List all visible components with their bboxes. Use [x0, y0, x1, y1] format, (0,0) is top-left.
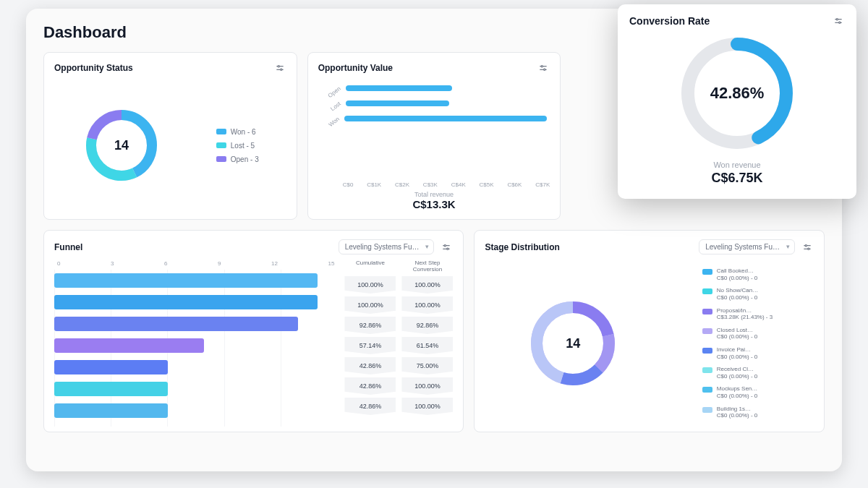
- stage-detail: C$0 (0.00%) - 0: [717, 294, 758, 301]
- opportunity-status-donut: 14: [82, 106, 161, 185]
- stage-legend-item: Received Cl… C$0 (0.00%) - 0: [702, 366, 773, 380]
- axis-tick: 9: [218, 260, 221, 267]
- svg-point-3: [280, 69, 281, 70]
- axis-tick: C$5K: [480, 181, 494, 188]
- cumulative-cell: 100.00%: [344, 296, 396, 314]
- axis-tick: C$7K: [535, 181, 550, 188]
- svg-point-27: [836, 19, 838, 20]
- axis-tick: 12: [271, 260, 278, 267]
- legend-won-label: Won - 6: [231, 128, 256, 136]
- next-step-cell: 100.00%: [401, 398, 453, 415]
- opportunity-value-chart: Open Lost Won: [318, 80, 550, 177]
- stage-name: Proposal/In…: [717, 307, 773, 314]
- svg-point-18: [805, 244, 807, 246]
- legend-lost: Lost - 5: [216, 142, 259, 150]
- legend-lost-label: Lost - 5: [231, 142, 255, 150]
- funnel-bar: [54, 273, 318, 288]
- legend-won: Won - 6: [216, 128, 259, 136]
- next-step-cell: 100.00%: [401, 276, 453, 294]
- won-revenue-value: C$6.75K: [711, 171, 762, 186]
- next-step-cell: 61.54%: [401, 337, 453, 354]
- legend-open-label: Open - 3: [231, 155, 259, 163]
- stage-legend-item: Building 1s… C$0 (0.00%) - 0: [702, 406, 773, 419]
- stage-detail: C$0 (0.00%) - 0: [717, 393, 757, 400]
- svg-point-10: [541, 66, 542, 67]
- stage-name: Received Cl…: [717, 366, 757, 373]
- stage-distribution-title: Stage Distribution: [485, 242, 559, 252]
- conversion-rate-gauge: 42.86%: [676, 32, 799, 155]
- funnel-chart: 0 3 6 9 12 15: [54, 260, 337, 427]
- svg-point-28: [839, 22, 841, 23]
- stage-name: Mockups Sen…: [717, 385, 757, 393]
- settings-icon[interactable]: [801, 241, 814, 254]
- axis-tick: C$6K: [507, 181, 522, 188]
- next-step-head: Next Step Conversion: [401, 260, 453, 276]
- axis-tick: C$3K: [423, 181, 438, 188]
- funnel-pipeline-select[interactable]: Leveling Systems Fu…: [339, 239, 435, 254]
- axis-tick: C$2K: [395, 181, 409, 188]
- stage-name: Invoice Pai…: [717, 346, 757, 354]
- svg-point-15: [447, 248, 448, 249]
- funnel-bar: [54, 338, 204, 353]
- legend-swatch: [702, 288, 712, 294]
- conversion-rate-percent: 42.86%: [676, 32, 799, 155]
- stage-name: Call Booked…: [717, 267, 757, 275]
- cumulative-cell: 42.86%: [344, 398, 396, 415]
- stage-legend-item: Closed Lost… C$0 (0.00%) - 0: [702, 327, 773, 341]
- axis-tick: 0: [57, 260, 60, 267]
- stage-detail: C$3.28K (21.43%) - 3: [717, 314, 773, 321]
- stage-legend-item: Proposal/In… C$3.28K (21.43%) - 3: [702, 307, 773, 321]
- stage-legend-item: Invoice Pai… C$0 (0.00%) - 0: [702, 346, 773, 360]
- funnel-bar: [54, 317, 298, 331]
- total-revenue-label: Total revenue: [318, 191, 550, 198]
- svg-point-14: [445, 244, 446, 246]
- next-step-cell: 75.00%: [401, 357, 453, 374]
- stage-detail: C$0 (0.00%) - 0: [717, 333, 757, 341]
- opportunity-status-card: Opportunity Status 14 Won - 6: [43, 52, 297, 220]
- funnel-bar: [54, 295, 318, 309]
- legend-swatch: [702, 269, 712, 275]
- legend-swatch: [702, 367, 712, 373]
- settings-icon[interactable]: [832, 14, 845, 27]
- stage-name: Building 1s…: [717, 406, 757, 413]
- bar-open: [346, 85, 452, 91]
- legend-swatch: [702, 328, 712, 334]
- funnel-table: Cumulative 100.00% 100.00% 92.86% 57.14%…: [344, 260, 453, 427]
- svg-point-11: [544, 69, 545, 70]
- conversion-rate-title: Conversion Rate: [629, 15, 710, 27]
- stage-name: No Show/Can…: [717, 287, 758, 294]
- svg-point-19: [808, 248, 809, 249]
- opportunity-value-axis: C$0 C$1K C$2K C$3K C$4K C$5K C$6K C$7K: [318, 177, 550, 189]
- next-step-cell: 100.00%: [401, 377, 453, 395]
- total-revenue-value: C$13.3K: [318, 198, 550, 210]
- won-revenue-label: Won revenue: [713, 160, 760, 169]
- opportunity-value-title: Opportunity Value: [318, 63, 393, 73]
- stage-legend-item: No Show/Can… C$0 (0.00%) - 0: [702, 287, 773, 301]
- axis-tick: C$4K: [451, 181, 466, 188]
- stage-distribution-card: Stage Distribution Leveling Systems Fu…: [474, 230, 825, 432]
- bar-lost: [346, 100, 450, 106]
- opportunity-status-title: Opportunity Status: [54, 63, 133, 73]
- stage-pipeline-select[interactable]: Leveling Systems Fu…: [699, 239, 795, 254]
- axis-tick: 6: [164, 260, 167, 267]
- settings-icon[interactable]: [537, 61, 550, 74]
- settings-icon[interactable]: [273, 61, 286, 74]
- funnel-bar: [54, 382, 168, 396]
- cumulative-cell: 100.00%: [344, 276, 396, 294]
- opportunity-status-legend: Won - 6 Lost - 5 Open - 3: [216, 128, 259, 163]
- conversion-rate-card: Conversion Rate 42.86% Won revenue C$6.7…: [618, 4, 856, 199]
- stage-detail: C$0 (0.00%) - 0: [717, 354, 757, 361]
- cumulative-cell: 42.86%: [344, 357, 396, 374]
- cumulative-cell: 57.14%: [344, 337, 396, 354]
- cumulative-cell: 42.86%: [344, 377, 396, 395]
- legend-swatch: [702, 309, 712, 314]
- funnel-title: Funnel: [54, 242, 82, 252]
- stage-legend-item: Call Booked… C$0 (0.00%) - 0: [702, 267, 773, 281]
- next-step-cell: 100.00%: [401, 296, 453, 314]
- stage-distribution-donut: 14: [526, 296, 620, 390]
- stage-legend-item: Mockups Sen… C$0 (0.00%) - 0: [702, 385, 773, 399]
- legend-swatch: [702, 348, 712, 354]
- next-step-cell: 92.86%: [401, 317, 453, 334]
- settings-icon[interactable]: [440, 241, 453, 254]
- stage-name: Closed Lost…: [717, 327, 757, 334]
